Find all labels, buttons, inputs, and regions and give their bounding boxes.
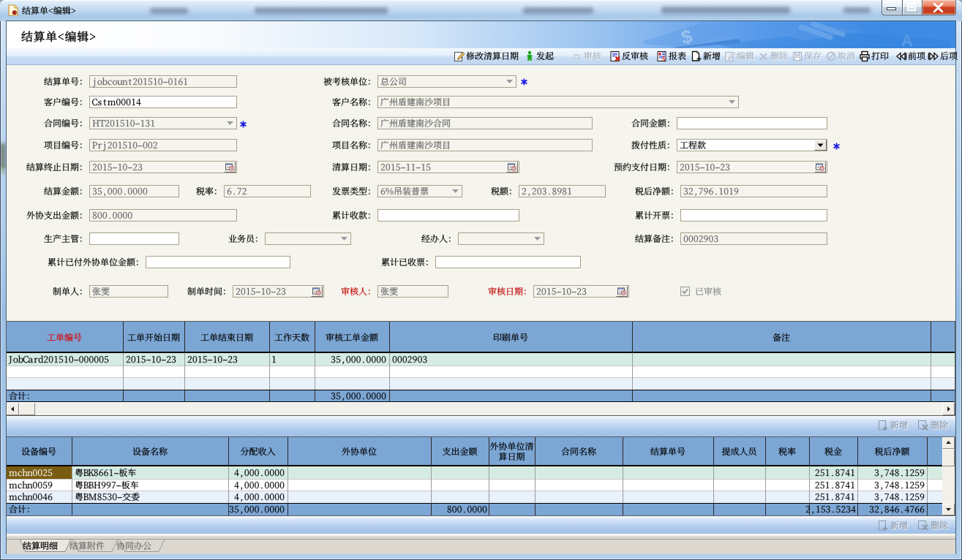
svg-text:A: A bbox=[661, 56, 666, 62]
svg-text:A: A bbox=[901, 31, 913, 48]
